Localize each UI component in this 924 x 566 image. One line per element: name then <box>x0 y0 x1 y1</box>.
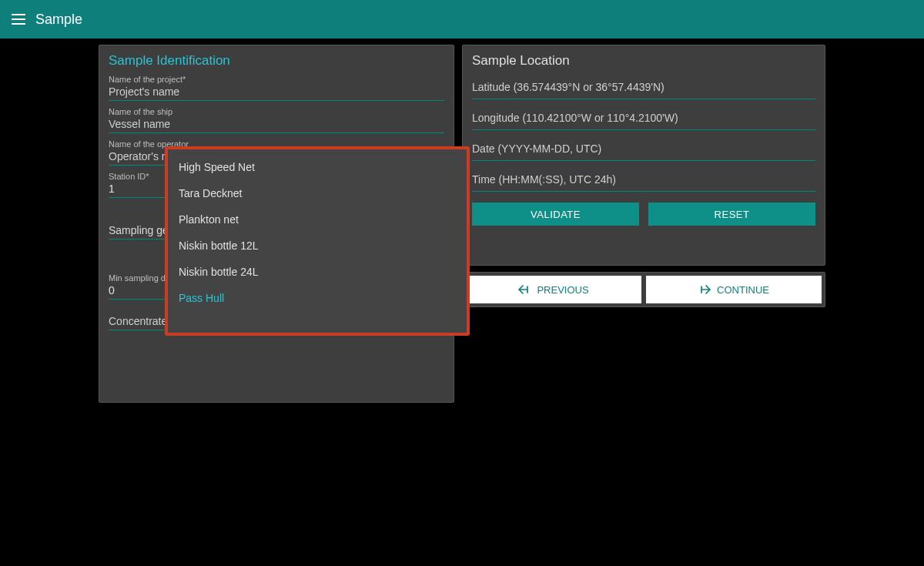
ship-field: Name of the ship <box>109 107 444 133</box>
sampling-gear-dropdown: High Speed NetTara DecknetPlankton netNi… <box>165 146 470 336</box>
menu-icon[interactable] <box>9 10 28 28</box>
arrow-left-icon <box>518 285 531 294</box>
previous-label: PREVIOUS <box>537 284 588 296</box>
card-title-identification: Sample Identification <box>109 53 444 69</box>
project-label: Name of the project* <box>109 75 444 84</box>
project-field: Name of the project* <box>109 75 444 101</box>
nav-card: PREVIOUS CONTINUE <box>462 272 825 307</box>
previous-button[interactable]: PREVIOUS <box>466 276 641 303</box>
arrow-right-icon <box>698 285 711 294</box>
date-field: Date (YYYY-MM-DD, UTC) <box>472 136 815 161</box>
dropdown-item[interactable]: Niskin bottle 24L <box>168 259 467 285</box>
ship-input[interactable] <box>109 116 444 133</box>
card-title-location: Sample Location <box>472 53 815 69</box>
dropdown-item[interactable]: Plankton net <box>168 206 467 233</box>
dropdown-item[interactable]: Tara Decknet <box>168 180 467 206</box>
time-input[interactable]: Time (HH:MM(:SS), UTC 24h) <box>472 167 815 192</box>
continue-label: CONTINUE <box>717 284 769 296</box>
lon-input[interactable]: Longitude (110.42100°W or 110°4.2100'W) <box>472 105 815 130</box>
dropdown-item[interactable]: High Speed Net <box>168 154 467 180</box>
project-input[interactable] <box>109 84 444 101</box>
time-field: Time (HH:MM(:SS), UTC 24h) <box>472 167 815 192</box>
lon-field: Longitude (110.42100°W or 110°4.2100'W) <box>472 105 815 130</box>
ship-label: Name of the ship <box>109 107 444 116</box>
date-input[interactable]: Date (YYYY-MM-DD, UTC) <box>472 136 815 161</box>
appbar: Sample <box>0 0 924 39</box>
sample-location-card: Sample Location Latitude (36.574439°N or… <box>462 45 825 266</box>
reset-button[interactable]: RESET <box>648 203 815 226</box>
lat-input[interactable]: Latitude (36.574439°N or 36°57.4439'N) <box>472 75 815 99</box>
continue-button[interactable]: CONTINUE <box>646 276 822 303</box>
lat-field: Latitude (36.574439°N or 36°57.4439'N) <box>472 75 815 99</box>
dropdown-item[interactable]: Niskin bottle 12L <box>168 233 467 259</box>
validate-button[interactable]: VALIDATE <box>472 203 639 226</box>
dropdown-item[interactable]: Pass Hull <box>168 285 467 311</box>
appbar-title: Sample <box>35 12 82 28</box>
